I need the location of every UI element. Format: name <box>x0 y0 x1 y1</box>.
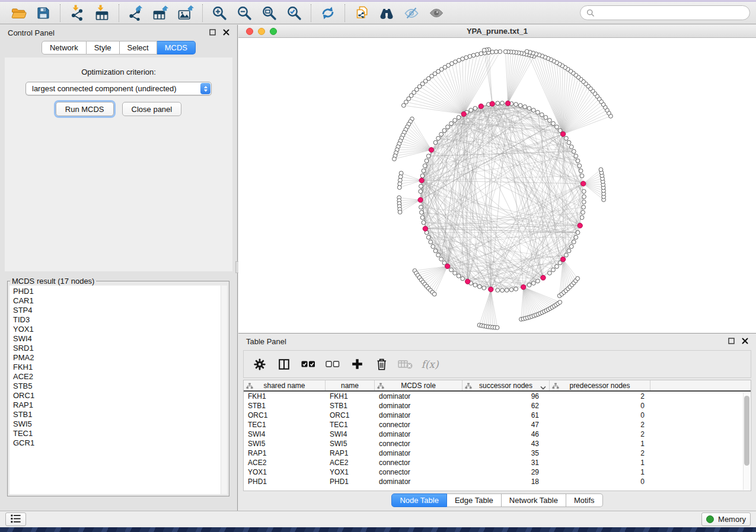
table-row[interactable]: PHD1PHD1dominator180 <box>244 477 751 486</box>
result-list-item[interactable]: PHD1 <box>13 287 227 296</box>
result-list-item[interactable]: STB5 <box>13 382 227 391</box>
close-panel-button[interactable]: Close panel <box>122 102 182 116</box>
float-panel-icon[interactable] <box>209 28 216 37</box>
minimize-window-icon[interactable] <box>258 28 265 35</box>
import-table-icon <box>94 5 110 21</box>
save-session-button[interactable] <box>31 4 56 23</box>
result-list-item[interactable]: YOX1 <box>13 325 227 334</box>
result-list-item[interactable]: ACE2 <box>13 372 227 382</box>
result-list-item[interactable]: GCR1 <box>13 438 227 448</box>
zoom-selected-button[interactable] <box>282 4 307 23</box>
function-builder-button: f(x) <box>422 357 438 372</box>
export-image-button[interactable] <box>173 4 198 23</box>
create-column-button[interactable] <box>349 357 365 372</box>
search-box[interactable] <box>580 5 750 20</box>
import-network-button[interactable] <box>65 4 90 23</box>
import-table-button[interactable] <box>90 4 114 23</box>
table-row[interactable]: ORC1ORC1dominator610 <box>244 411 751 420</box>
table-cell: 1 <box>550 467 650 477</box>
result-list-item[interactable]: CAR1 <box>13 296 227 306</box>
table-row[interactable]: RAP1RAP1dominator352 <box>244 448 751 458</box>
result-list-item[interactable]: ORC1 <box>13 391 227 400</box>
table-cell: 2 <box>550 420 650 430</box>
table-row[interactable]: TEC1TEC1connector472 <box>244 420 751 430</box>
deselect-all-columns-button[interactable] <box>325 357 340 372</box>
network-title: YPA_prune.txt_1 <box>467 27 528 36</box>
column-header-name[interactable]: name <box>326 380 375 390</box>
table-cell: 43 <box>462 439 550 448</box>
result-list-item[interactable]: SWI4 <box>13 334 227 344</box>
result-list-item[interactable]: SRD1 <box>13 344 227 353</box>
tab-motifs[interactable]: Motifs <box>566 493 603 507</box>
tab-select[interactable]: Select <box>120 41 157 55</box>
float-table-panel-icon[interactable] <box>728 337 735 346</box>
column-header-shared-name[interactable]: shared name <box>244 380 326 390</box>
result-list-item[interactable]: FKH1 <box>13 363 227 372</box>
tab-mcds[interactable]: MCDS <box>157 41 196 55</box>
apply-layout-button[interactable] <box>315 4 340 23</box>
table-toolbar: f(x) <box>243 350 751 378</box>
status-bar: Memory <box>0 511 756 527</box>
select-all-columns-button[interactable] <box>301 357 316 372</box>
delete-column-button[interactable] <box>374 357 389 372</box>
tab-network[interactable]: Network <box>42 41 87 55</box>
run-mcds-button[interactable]: Run MCDS <box>56 102 114 116</box>
open-session-button[interactable] <box>6 4 31 23</box>
table-row[interactable]: SWI5SWI5connector431 <box>244 439 751 448</box>
show-panels-button[interactable] <box>5 512 26 526</box>
column-header-MCDS-role[interactable]: MCDS role <box>375 380 462 390</box>
table-row[interactable]: SWI4SWI4dominator462 <box>244 430 751 439</box>
export-table-button[interactable] <box>148 4 173 23</box>
control-panel-tabs: NetworkStyleSelectMCDS <box>0 41 237 55</box>
network-frame-titlebar[interactable]: YPA_prune.txt_1 <box>238 25 756 38</box>
show-all-button[interactable] <box>424 4 449 23</box>
first-neighbors-button[interactable] <box>374 4 399 23</box>
zoom-in-button[interactable] <box>207 4 232 23</box>
mcds-result-list[interactable]: PHD1CAR1STP4TID3YOX1SWI4SRD1PMA2FKH1ACE2… <box>9 286 227 494</box>
export-network-button[interactable] <box>123 4 148 23</box>
table-cell: ACE2 <box>326 458 375 467</box>
column-header-predecessor-nodes[interactable]: predecessor nodes <box>550 380 650 390</box>
table-row[interactable]: STB1STB1dominator620 <box>244 401 751 411</box>
binoculars-icon <box>379 5 394 21</box>
table-scrollbar-thumb[interactable] <box>744 396 749 466</box>
tab-style[interactable]: Style <box>87 41 120 55</box>
result-list-item[interactable]: SWI5 <box>13 419 227 429</box>
sort-chevron-icon[interactable] <box>540 384 546 392</box>
network-canvas[interactable] <box>238 38 756 333</box>
close-panel-icon[interactable] <box>223 28 229 37</box>
table-cell: SWI5 <box>326 439 375 448</box>
memory-button[interactable]: Memory <box>701 512 751 526</box>
maximize-window-icon[interactable] <box>270 28 277 35</box>
result-list-item[interactable]: STP4 <box>13 306 227 315</box>
close-table-panel-icon[interactable] <box>742 337 748 346</box>
table-row[interactable]: YOX1YOX1connector291 <box>244 467 751 477</box>
table-settings-button[interactable] <box>252 357 267 372</box>
tab-edge-table[interactable]: Edge Table <box>447 493 502 507</box>
result-list-item[interactable]: PMA2 <box>13 353 227 363</box>
table-row[interactable]: ACE2ACE2connector311 <box>244 458 751 467</box>
result-list-scrollbar[interactable] <box>221 286 227 494</box>
toggle-columns-button[interactable] <box>276 357 292 372</box>
result-list-item[interactable]: TID3 <box>13 315 227 325</box>
zoom-fit-button[interactable] <box>257 4 282 23</box>
table-cell: TEC1 <box>244 420 326 430</box>
tab-node-table[interactable]: Node Table <box>391 493 447 507</box>
tab-network-table[interactable]: Network Table <box>502 493 566 507</box>
search-input[interactable] <box>598 8 744 18</box>
hide-selected-button[interactable] <box>399 4 424 23</box>
column-header-successor-nodes[interactable]: successor nodes <box>462 380 550 390</box>
table-cell: 47 <box>462 420 550 430</box>
optimization-criterion-select[interactable]: largest connected component (undirected) <box>25 82 212 95</box>
table-row[interactable]: FKH1FKH1dominator962 <box>244 392 751 401</box>
result-list-item[interactable]: TEC1 <box>13 429 227 438</box>
clone-network-button[interactable] <box>349 4 374 23</box>
table-cell: SWI4 <box>244 430 326 439</box>
table-scrollbar[interactable] <box>743 392 750 490</box>
zoom-out-button[interactable] <box>232 4 257 23</box>
result-list-item[interactable]: RAP1 <box>13 400 227 410</box>
result-list-item[interactable]: STB1 <box>13 410 227 419</box>
close-window-icon[interactable] <box>246 28 253 35</box>
network-graph[interactable] <box>238 38 756 333</box>
attribute-type-icon <box>465 383 472 391</box>
